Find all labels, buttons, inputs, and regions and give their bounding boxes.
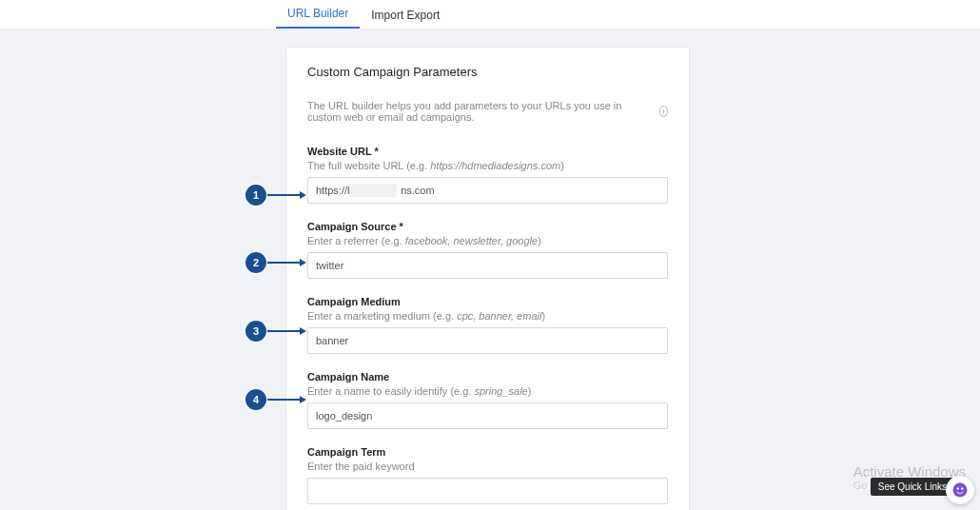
field-campaign-medium: Campaign Medium Enter a marketing medium… — [307, 296, 668, 354]
callout-4: 4 — [245, 389, 306, 410]
arrow-icon — [300, 259, 306, 266]
input-campaign-term[interactable] — [307, 478, 668, 504]
callout-2: 2 — [245, 252, 306, 273]
label-website-url: Website URL * — [307, 146, 668, 157]
arrow-icon — [300, 191, 306, 199]
svg-point-0 — [953, 483, 968, 498]
callout-bubble-2: 2 — [245, 252, 266, 273]
assistant-bubble-icon[interactable] — [946, 476, 974, 504]
label-campaign-medium: Campaign Medium — [307, 296, 668, 307]
callout-3: 3 — [245, 321, 306, 342]
tab-url-builder[interactable]: URL Builder — [276, 7, 360, 29]
svg-point-1 — [957, 487, 959, 489]
field-campaign-source: Campaign Source * Enter a referrer (e.g.… — [307, 221, 668, 279]
field-website-url: Website URL * The full website URL (e.g.… — [307, 146, 668, 204]
input-campaign-source[interactable] — [307, 252, 668, 279]
arrow-icon — [300, 327, 306, 335]
svg-point-2 — [961, 487, 963, 489]
callout-bubble-4: 4 — [245, 389, 266, 410]
field-campaign-name: Campaign Name Enter a name to easily ide… — [307, 371, 668, 429]
hint-campaign-term: Enter the paid keyword — [307, 461, 668, 472]
hint-campaign-source: Enter a referrer (e.g. facebook, newslet… — [307, 235, 668, 246]
top-tab-bar: URL Builder Import Export — [0, 0, 980, 29]
quick-links-button[interactable]: See Quick Links — [871, 478, 954, 496]
label-campaign-term: Campaign Term — [307, 446, 668, 458]
callout-1: 1 — [245, 185, 306, 206]
page-canvas: Custom Campaign Parameters The URL build… — [0, 29, 980, 510]
hint-campaign-medium: Enter a marketing medium (e.g. cpc, bann… — [307, 310, 668, 322]
hint-website-url: The full website URL (e.g. https://hdmed… — [307, 160, 668, 171]
card-title: Custom Campaign Parameters — [307, 65, 668, 79]
label-campaign-name: Campaign Name — [307, 371, 668, 382]
callout-bubble-3: 3 — [245, 321, 266, 342]
campaign-card: Custom Campaign Parameters The URL build… — [285, 47, 690, 510]
intro-text: The URL builder helps you add parameters… — [307, 100, 668, 123]
input-campaign-medium[interactable] — [307, 327, 668, 354]
tab-import-export[interactable]: Import Export — [360, 9, 451, 29]
label-campaign-source: Campaign Source * — [307, 221, 668, 232]
redacted-block — [349, 184, 397, 197]
hint-campaign-name: Enter a name to easily identify (e.g. sp… — [307, 385, 668, 397]
field-campaign-term: Campaign Term Enter the paid keyword — [307, 446, 668, 504]
info-icon[interactable]: i — [659, 106, 668, 117]
arrow-icon — [300, 396, 306, 403]
callout-bubble-1: 1 — [245, 185, 266, 206]
input-campaign-name[interactable] — [307, 402, 668, 429]
